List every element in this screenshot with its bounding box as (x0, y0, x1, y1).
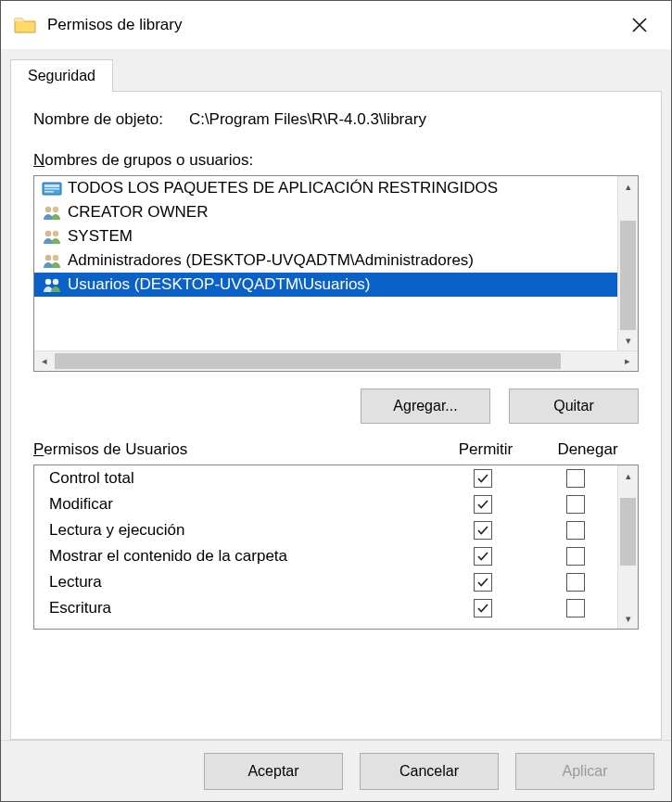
svg-point-4 (45, 207, 51, 212)
deny-checkbox[interactable] (566, 495, 585, 514)
groups-listbox[interactable]: TODOS LOS PAQUETES DE APLICACIÓN RESTRIN… (33, 175, 639, 372)
group-label: Usuarios (DESKTOP-UVQADTM\Usuarios) (68, 275, 371, 294)
groups-horizontal-scrollbar[interactable]: ◂ ▸ (34, 350, 638, 371)
svg-point-5 (53, 207, 58, 212)
allow-checkbox[interactable] (474, 495, 492, 514)
permissions-header: Permisos de Usuarios Permitir Denegar (33, 440, 639, 459)
svg-point-7 (53, 231, 58, 236)
permission-row: Modificar (34, 491, 617, 517)
permission-row: Lectura y ejecución (34, 517, 617, 543)
remove-button[interactable]: Quitar (509, 388, 639, 424)
allow-checkbox[interactable] (474, 599, 492, 617)
deny-column-label: Denegar (537, 440, 639, 459)
allow-checkbox[interactable] (474, 573, 492, 592)
cancel-button[interactable]: Cancelar (360, 753, 499, 790)
permissions-for-label: Permisos de Usuarios (33, 440, 435, 459)
folder-icon (14, 16, 36, 34)
apply-button[interactable]: Aplicar (515, 753, 654, 790)
svg-rect-1 (44, 185, 59, 187)
scroll-left-icon[interactable]: ◂ (34, 351, 55, 371)
object-name-row: Nombre de objeto: C:\Program Files\R\R-4… (33, 110, 639, 129)
svg-point-8 (45, 255, 51, 261)
allow-column-label: Permitir (435, 440, 537, 459)
scroll-down-icon[interactable]: ▾ (618, 608, 638, 629)
permission-name: Mostrar el contenido de la carpeta (49, 547, 432, 566)
scroll-right-icon[interactable]: ▸ (617, 351, 638, 371)
add-button[interactable]: Agregar... (361, 388, 490, 424)
permission-name: Lectura (49, 573, 432, 592)
permissions-vertical-scrollbar[interactable]: ▴ ▾ (617, 465, 638, 629)
scroll-up-icon[interactable]: ▴ (618, 176, 638, 197)
scroll-up-icon[interactable]: ▴ (618, 465, 638, 486)
group-label: CREATOR OWNER (68, 203, 208, 222)
titlebar: Permisos de library (1, 1, 671, 49)
permission-name: Escritura (49, 599, 432, 617)
deny-checkbox[interactable] (566, 547, 585, 566)
allow-checkbox[interactable] (474, 469, 492, 488)
tab-panel: Nombre de objeto: C:\Program Files\R\R-4… (10, 91, 662, 740)
permission-row: Lectura (34, 569, 617, 595)
window-title: Permisos de library (47, 16, 621, 34)
tab-strip: Seguridad (10, 59, 662, 92)
svg-point-6 (45, 231, 51, 236)
group-row[interactable]: Usuarios (DESKTOP-UVQADTM\Usuarios) (34, 273, 617, 297)
allow-checkbox[interactable] (474, 521, 492, 540)
users-icon (42, 276, 62, 293)
permissions-listbox: Control totalModificarLectura y ejecució… (33, 465, 639, 630)
deny-checkbox[interactable] (566, 521, 585, 540)
close-button[interactable] (621, 6, 658, 44)
permission-row: Mostrar el contenido de la carpeta (34, 543, 617, 569)
users-icon (42, 252, 62, 269)
group-label: SYSTEM (68, 227, 133, 246)
permission-row: Escritura (34, 595, 617, 621)
permissions-dialog: Permisos de library Seguridad Nombre de … (0, 0, 672, 802)
deny-checkbox[interactable] (566, 599, 585, 617)
group-label: TODOS LOS PAQUETES DE APLICACIÓN RESTRIN… (68, 179, 498, 197)
svg-rect-2 (44, 188, 59, 190)
permission-name: Lectura y ejecución (49, 521, 432, 540)
permission-row: Control total (34, 465, 617, 491)
permission-name: Control total (49, 469, 432, 488)
content-area: Seguridad Nombre de objeto: C:\Program F… (1, 49, 671, 740)
group-row[interactable]: Administradores (DESKTOP-UVQADTM\Adminis… (34, 248, 617, 273)
groups-label: Nombres de grupos o usuarios: (33, 151, 639, 170)
group-row[interactable]: SYSTEM (34, 224, 617, 248)
svg-point-10 (45, 279, 51, 285)
deny-checkbox[interactable] (566, 573, 585, 592)
group-row[interactable]: CREATOR OWNER (34, 200, 617, 224)
scroll-down-icon[interactable]: ▾ (618, 330, 638, 350)
dialog-footer: Aceptar Cancelar Aplicar (1, 740, 671, 801)
allow-checkbox[interactable] (474, 547, 492, 566)
permission-name: Modificar (49, 495, 432, 514)
object-name-label: Nombre de objeto: (33, 110, 163, 129)
deny-checkbox[interactable] (566, 469, 585, 488)
tab-security[interactable]: Seguridad (10, 59, 113, 92)
groups-vertical-scrollbar[interactable]: ▴ ▾ (617, 176, 638, 350)
group-label: Administradores (DESKTOP-UVQADTM\Adminis… (68, 251, 474, 270)
svg-rect-3 (44, 191, 54, 193)
users-icon (42, 204, 62, 221)
group-row[interactable]: TODOS LOS PAQUETES DE APLICACIÓN RESTRIN… (34, 176, 617, 200)
users-icon (42, 228, 62, 245)
ok-button[interactable]: Aceptar (204, 753, 343, 790)
object-name-value: C:\Program Files\R\R-4.0.3\library (189, 110, 426, 129)
svg-point-9 (53, 255, 58, 261)
svg-point-11 (53, 279, 58, 285)
package-icon (42, 180, 62, 197)
group-buttons-row: Agregar... Quitar (33, 388, 639, 424)
